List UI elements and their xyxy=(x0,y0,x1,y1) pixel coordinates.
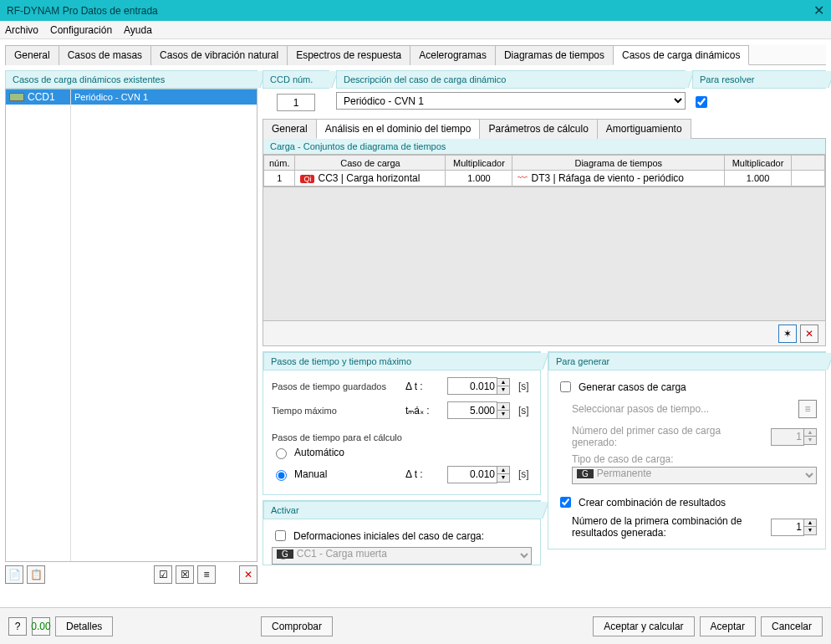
numfirst-label: Número del primer caso de carga generado… xyxy=(557,425,767,448)
dt-input[interactable] xyxy=(447,377,497,395)
tab-masas[interactable]: Casos de masas xyxy=(59,45,151,65)
spin-down[interactable]: ▼ xyxy=(497,411,509,418)
color-swatch xyxy=(9,93,24,101)
cell-diag[interactable]: 〰DT3 | Ráfaga de viento - periódico xyxy=(512,171,725,187)
tab-espectros[interactable]: Espectros de respuesta xyxy=(287,45,410,65)
cell-mult2[interactable]: 1.000 xyxy=(725,171,792,187)
menu-config[interactable]: Configuración xyxy=(50,24,112,36)
tmax-unit: [s] xyxy=(518,405,532,417)
col-mult2: Multiplicador xyxy=(725,156,792,171)
gencases-label: Generar casos de carga xyxy=(579,381,686,393)
radio-auto[interactable] xyxy=(276,448,287,459)
details-button[interactable]: Detalles xyxy=(55,616,113,636)
subtab-amort[interactable]: Amortiguamiento xyxy=(597,119,691,139)
activate-header: Activar xyxy=(263,501,540,519)
tmax-label: Tiempo máximo xyxy=(272,406,397,416)
solve-header: Para resolver xyxy=(692,70,826,89)
grid-title: Carga - Conjuntos de diagrama de tiempos xyxy=(263,139,825,155)
col-mult1: Multiplicador xyxy=(446,156,512,171)
col-caso: Caso de carga xyxy=(295,156,446,171)
check-all-button[interactable]: ☑ xyxy=(154,565,172,584)
spin-up[interactable]: ▲ xyxy=(497,379,509,386)
cell-mult1[interactable]: 1.000 xyxy=(446,171,512,187)
saved-label: Pasos de tiempo guardados xyxy=(272,381,397,391)
list-item-name[interactable]: Periódico - CVN 1 xyxy=(71,89,257,105)
check-button[interactable]: Comprobar xyxy=(261,616,333,636)
tmax-input[interactable] xyxy=(447,401,497,419)
numfirst-input xyxy=(771,428,804,446)
case-list[interactable]: CCD1 Periódico - CVN 1 xyxy=(5,89,257,562)
dt-unit: [s] xyxy=(518,381,532,392)
dt2-symbol: Δ t : xyxy=(405,468,439,480)
tab-general[interactable]: General xyxy=(5,45,59,65)
steps-header: Pasos de tiempo y tiempo máximo xyxy=(263,352,540,371)
gencases-check[interactable] xyxy=(560,381,571,392)
tab-dinamicos[interactable]: Casos de carga dinámicos xyxy=(613,45,749,65)
delete-button[interactable]: ✕ xyxy=(239,565,257,584)
col-extra xyxy=(792,156,825,171)
cell-num: 1 xyxy=(264,171,295,187)
dt2-unit: [s] xyxy=(518,468,532,480)
cancel-button[interactable]: Cancelar xyxy=(761,616,823,636)
tipo-select xyxy=(572,467,817,484)
ccd-input[interactable] xyxy=(277,94,315,111)
selectsteps-button: ≡ xyxy=(798,400,817,418)
tab-acelero[interactable]: Acelerogramas xyxy=(410,45,496,65)
left-panel-header: Casos de carga dinámicos existentes xyxy=(5,70,257,89)
window-title: RF-DYNAM Pro Datos de entrada xyxy=(7,5,158,17)
grid-empty-area xyxy=(263,187,825,320)
units-button[interactable]: 0.00 xyxy=(32,617,50,636)
menu-help[interactable]: Ayuda xyxy=(124,24,152,36)
numcomb-label: Número de la primera combinación de resu… xyxy=(557,515,767,539)
subtab-analisis[interactable]: Análisis en el dominio del tiempo xyxy=(316,119,481,139)
grid-edit-button[interactable]: ✶ xyxy=(778,325,797,343)
deform-select: G xyxy=(272,547,532,565)
close-icon[interactable]: ✕ xyxy=(813,3,824,18)
new-button[interactable]: 📄 xyxy=(5,565,23,584)
spin-down[interactable]: ▼ xyxy=(497,386,509,394)
menu-file[interactable]: Archivo xyxy=(5,24,38,36)
generate-header: Para generar xyxy=(548,352,825,371)
col-num: núm. xyxy=(264,156,295,171)
crear-check[interactable] xyxy=(560,497,571,508)
uncheck-all-button[interactable]: ☒ xyxy=(176,565,194,584)
accept-calc-button[interactable]: Aceptar y calcular xyxy=(593,616,694,636)
wave-icon: 〰 xyxy=(517,172,528,184)
deform-check[interactable] xyxy=(275,530,286,541)
numcomb-input[interactable] xyxy=(771,519,804,536)
selectsteps-label: Seleccionar pasos de tiempo... xyxy=(557,403,795,415)
dt-symbol: Δ t : xyxy=(405,381,439,392)
spin-up[interactable]: ▲ xyxy=(497,467,509,474)
tipo-label: Tipo de caso de carga: xyxy=(557,453,817,465)
help-button[interactable]: ? xyxy=(8,617,27,636)
copy-button[interactable]: 📋 xyxy=(27,565,45,584)
col-diag: Diagrama de tiempos xyxy=(512,156,725,171)
cell-caso[interactable]: QiCC3 | Carga horizontal xyxy=(295,171,446,187)
spin-up[interactable]: ▲ xyxy=(804,519,816,527)
renum-button[interactable]: ≡ xyxy=(197,565,216,584)
tab-diagramas[interactable]: Diagramas de tiempos xyxy=(495,45,614,65)
subtab-general[interactable]: General xyxy=(263,119,317,139)
radio-manual[interactable] xyxy=(276,470,287,481)
radio-auto-label: Automático xyxy=(294,447,344,458)
accept-button[interactable]: Aceptar xyxy=(700,616,756,636)
deform-label: Deformaciones iniciales del caso de carg… xyxy=(293,530,484,542)
calc-label: Pasos de tiempo para el cálculo xyxy=(272,432,532,442)
spin-down[interactable]: ▼ xyxy=(804,527,816,534)
list-item[interactable]: CCD1 xyxy=(6,89,70,105)
table-row[interactable]: 1 QiCC3 | Carga horizontal 1.000 〰DT3 | … xyxy=(264,171,825,187)
subtab-params[interactable]: Parámetros de cálculo xyxy=(479,119,597,139)
grid-delete-button[interactable]: ✕ xyxy=(800,325,818,343)
dt2-input[interactable] xyxy=(447,466,497,483)
radio-manual-label: Manual xyxy=(294,468,327,480)
crear-label: Crear combinación de resultados xyxy=(579,497,726,509)
spin-up[interactable]: ▲ xyxy=(497,403,509,411)
ccd-header: CCD núm. xyxy=(263,70,329,89)
cell-extra xyxy=(792,171,825,187)
tab-vibracion[interactable]: Casos de vibración natural xyxy=(150,45,288,65)
solve-check[interactable] xyxy=(696,96,707,108)
desc-select[interactable]: Periódico - CVN 1 xyxy=(336,92,686,110)
desc-header: Descripción del caso de carga dinámico xyxy=(336,70,686,89)
tmax-symbol: tₘáₓ : xyxy=(405,405,439,417)
spin-down[interactable]: ▼ xyxy=(497,474,509,482)
